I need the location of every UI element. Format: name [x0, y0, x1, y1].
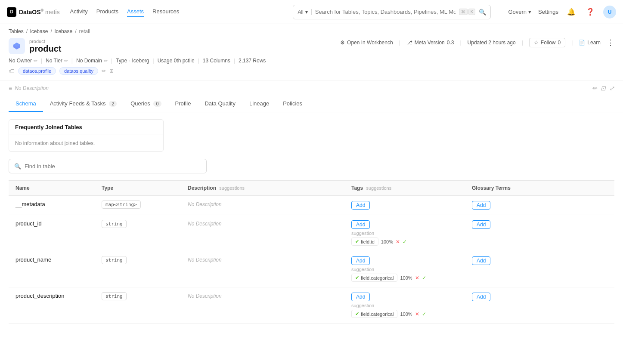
description-cell: No Description [188, 293, 222, 299]
meta-version-info: ⎇ Meta Version 0.3 [406, 40, 454, 46]
col-header-tags: Tags suggestions [344, 181, 465, 196]
nav-assets[interactable]: Assets [127, 6, 144, 17]
add-tag-button[interactable]: Add [351, 201, 370, 210]
breadcrumb-retail: retail [79, 28, 90, 34]
table-row: __metadata map<string> No Description Ad… [9, 196, 614, 215]
breadcrumb-tables[interactable]: Tables [9, 28, 24, 34]
nav-products[interactable]: Products [96, 6, 118, 17]
column-search[interactable]: 🔍 [9, 159, 207, 173]
search-filter-all[interactable]: All ▾ [298, 9, 311, 15]
page-title: product [29, 44, 61, 54]
expand-description-icon[interactable]: ⊡ [601, 85, 606, 92]
edit-owner-icon[interactable]: ✏ [34, 58, 37, 64]
meta-row: No Owner ✏ | No Tier ✏ | No Domain ✏ | T… [9, 58, 614, 64]
learn-button[interactable]: 📄 Learn [579, 40, 601, 46]
description-row: ≡ No Description ✏ ⊡ ⤢ [0, 80, 623, 96]
queries-badge: 0 [153, 101, 161, 107]
breadcrumb-icebase2[interactable]: icebase [55, 28, 72, 34]
tab-data-quality[interactable]: Data Quality [198, 96, 242, 112]
global-search-bar[interactable]: All ▾ ⌘ K 🔍 [293, 5, 491, 19]
page-header: product product ⚙ Open In Workbench | ⎇ … [0, 34, 623, 80]
type-badge: string [102, 256, 127, 264]
owner-item: No Owner ✏ [9, 58, 37, 64]
description-cell: No Description [188, 257, 222, 263]
rows-item: 2,137 Rows [239, 58, 266, 64]
type-item: Type - Iceberg [116, 58, 149, 64]
suggestion-row: ✔ field.categorical 100% ✕ ✓ [351, 310, 458, 318]
accept-suggestion-icon[interactable]: ✓ [422, 275, 426, 281]
follow-button[interactable]: ☆ Follow 0 [529, 38, 565, 47]
workbench-icon: ⚙ [340, 40, 345, 46]
suggestion-pct: 100% [400, 275, 412, 281]
check-circle-icon: ✔ [355, 275, 359, 281]
accept-suggestion-icon[interactable]: ✓ [403, 239, 407, 245]
add-glossary-button[interactable]: Add [472, 256, 490, 265]
tab-policies[interactable]: Policies [276, 96, 309, 112]
tab-queries[interactable]: Queries 0 [124, 96, 168, 112]
usage-item: Usage 0th pctile [158, 58, 195, 64]
add-glossary-button[interactable]: Add [472, 201, 490, 210]
tab-schema[interactable]: Schema [9, 96, 43, 112]
shortcut-k: K [468, 9, 476, 15]
breadcrumb: Tables / icebase / icebase / retail [0, 24, 623, 34]
add-tag-icon[interactable]: ⊞ [109, 68, 114, 74]
nav-activity[interactable]: Activity [70, 6, 88, 17]
edit-description-icon[interactable]: ✏ [592, 85, 597, 92]
open-workbench-button[interactable]: ⚙ Open In Workbench [340, 40, 393, 46]
add-tag-button[interactable]: Add [351, 293, 370, 301]
help-icon[interactable]: ❓ [584, 6, 596, 18]
table-row: product_description string No Descriptio… [9, 287, 614, 324]
edit-domain-icon[interactable]: ✏ [104, 58, 108, 64]
description-cell: No Description [188, 221, 222, 227]
suggestion-tag-name: field.categorical [361, 312, 394, 317]
tab-activity-feeds[interactable]: Activity Feeds & Tasks 2 [43, 96, 124, 112]
suggestion-pct: 100% [400, 312, 412, 317]
columns-item: 13 Columns [203, 58, 230, 64]
col-header-glossary: Glossary Terms [465, 181, 614, 196]
reject-suggestion-icon[interactable]: ✕ [396, 239, 400, 245]
breadcrumb-icebase1[interactable]: icebase [30, 28, 48, 34]
shortcut-cmd: ⌘ [459, 9, 468, 15]
avatar[interactable]: U [603, 6, 616, 19]
description-text: No Description [15, 85, 49, 91]
add-glossary-button[interactable]: Add [472, 293, 490, 301]
logo-text: DataOS® metis [19, 8, 60, 15]
tab-lineage[interactable]: Lineage [242, 96, 276, 112]
tags-suggestions-label: suggestions [366, 185, 391, 191]
suggestion-pct: 100% [381, 239, 393, 244]
tag-icon: 🏷 [9, 68, 15, 74]
column-search-input[interactable] [25, 163, 201, 170]
add-glossary-button[interactable]: Add [472, 220, 490, 229]
notifications-icon[interactable]: 🔔 [565, 6, 577, 18]
reject-suggestion-icon[interactable]: ✕ [415, 275, 419, 281]
govern-dropdown[interactable]: Govern ▾ [508, 9, 531, 15]
domain-item: No Domain ✏ [76, 58, 108, 64]
nav-resources[interactable]: Resources [152, 6, 179, 17]
add-tag-button[interactable]: Add [351, 256, 370, 265]
suggestion-row: ✔ field.id 100% ✕ ✓ [351, 238, 458, 246]
edit-tags-icon[interactable]: ✏ [102, 68, 106, 74]
type-badge: string [102, 220, 127, 228]
search-input[interactable] [315, 9, 456, 15]
more-options-button[interactable]: ⋮ [607, 38, 614, 47]
settings-link[interactable]: Settings [538, 9, 558, 15]
suggestion-tag-name: field.categorical [361, 275, 394, 281]
tag-dataos-profile[interactable]: dataos.profile [18, 67, 56, 75]
suggestion-tag: ✔ field.categorical [351, 274, 397, 282]
tab-profile[interactable]: Profile [168, 96, 198, 112]
check-circle-icon: ✔ [355, 311, 359, 317]
reject-suggestion-icon[interactable]: ✕ [415, 311, 419, 317]
updated-time: Updated 2 hours ago [468, 40, 516, 46]
tier-item: No Tier ✏ [46, 58, 68, 64]
edit-tier-icon[interactable]: ✏ [64, 58, 68, 64]
tag-dataos-quality[interactable]: dataos.quality [59, 67, 98, 75]
add-tag-button[interactable]: Add [351, 220, 370, 229]
logo[interactable]: D DataOS® metis [7, 7, 60, 17]
tabs-bar: Schema Activity Feeds & Tasks 2 Queries … [0, 96, 623, 112]
suggestion-label: suggestion [351, 303, 458, 308]
search-icon[interactable]: 🔍 [479, 9, 486, 15]
suggestion-label: suggestion [351, 267, 458, 272]
fullscreen-description-icon[interactable]: ⤢ [609, 85, 614, 92]
accept-suggestion-icon[interactable]: ✓ [422, 311, 426, 317]
col-header-name: Name [9, 181, 95, 196]
